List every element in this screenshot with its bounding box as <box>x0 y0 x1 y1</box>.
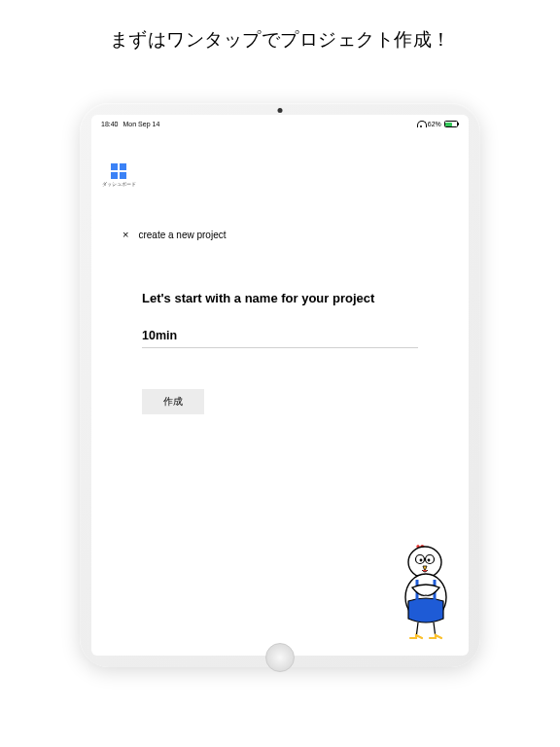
status-date: Mon Sep 14 <box>123 121 160 127</box>
home-button[interactable] <box>265 643 295 672</box>
sidebar-item-label: ダッシュボード <box>101 181 136 187</box>
svg-point-1 <box>416 555 425 564</box>
modal-content: Let's start with a name for your project… <box>142 286 418 414</box>
dashboard-grid-icon <box>111 163 126 179</box>
project-name-input[interactable]: 10min <box>142 329 418 348</box>
svg-point-3 <box>420 559 423 562</box>
status-left: 18:40 Mon Sep 14 <box>101 121 159 127</box>
status-bar: 18:40 Mon Sep 14 62% <box>91 115 469 129</box>
status-time: 18:40 <box>101 121 119 127</box>
promo-headline: まずはワンタップでプロジェクト作成！ <box>0 0 560 53</box>
close-icon[interactable]: × <box>122 230 128 240</box>
svg-point-2 <box>426 555 435 564</box>
svg-point-0 <box>408 547 441 578</box>
modal-heading: Let's start with a name for your project <box>142 286 418 311</box>
chicken-mascot-icon <box>391 541 463 648</box>
device-screen: 18:40 Mon Sep 14 62% ダッシュボード × create a … <box>91 115 469 656</box>
svg-point-4 <box>428 559 431 562</box>
modal-header: × create a new project <box>122 230 227 240</box>
device-frame: 18:40 Mon Sep 14 62% ダッシュボード × create a … <box>80 103 480 667</box>
wifi-icon <box>417 122 425 127</box>
battery-icon <box>444 121 459 127</box>
create-button[interactable]: 作成 <box>142 389 204 414</box>
modal-title: create a new project <box>138 230 226 240</box>
sidebar-item-dashboard[interactable]: ダッシュボード <box>101 163 136 187</box>
battery-percent: 62% <box>428 121 441 127</box>
camera-dot <box>278 108 283 113</box>
status-right: 62% <box>417 121 459 127</box>
